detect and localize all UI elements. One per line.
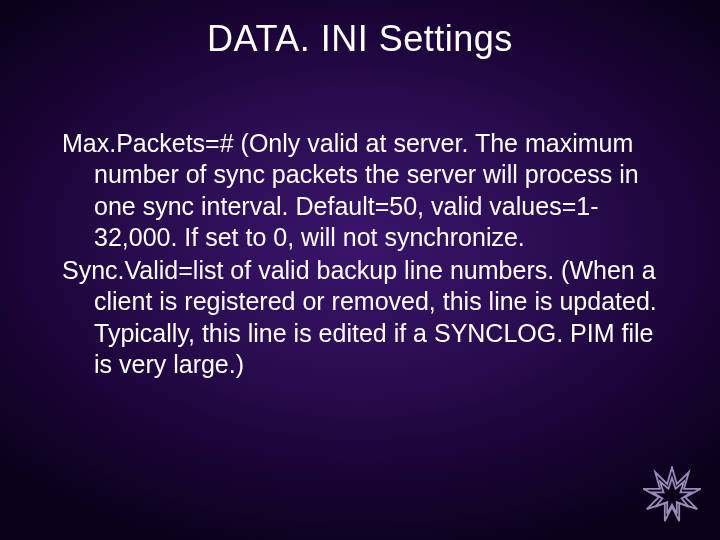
star-logo-icon <box>642 466 702 526</box>
paragraph-1: Max.Packets=# (Only valid at server. The… <box>62 128 658 253</box>
slide-title: DATA. INI Settings <box>0 18 720 60</box>
slide: DATA. INI Settings Max.Packets=# (Only v… <box>0 0 720 540</box>
slide-body: Max.Packets=# (Only valid at server. The… <box>62 128 658 382</box>
paragraph-2: Sync.Valid=list of valid backup line num… <box>62 255 658 380</box>
